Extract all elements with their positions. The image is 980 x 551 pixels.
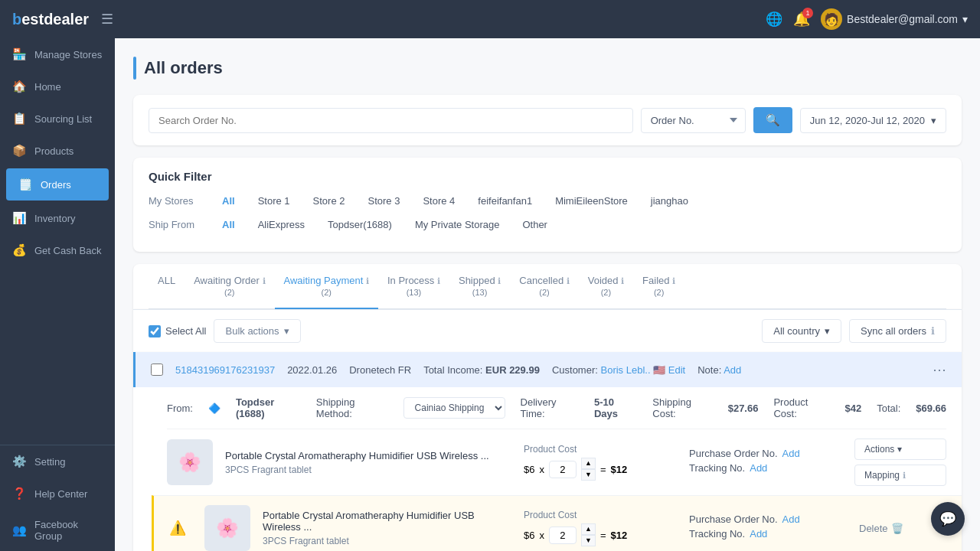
ship-chip-my-private-storage[interactable]: My Private Storage [407,216,508,233]
sidebar-item-facebook-group[interactable]: 👥Facebook Group [0,510,115,551]
product-info-0: Portable Crystal Aromatheraphy Humidifie… [225,450,511,475]
add-purchase-order-0[interactable]: Add [782,448,800,459]
sidebar-item-help-center[interactable]: ❓Help Center [0,478,115,510]
title-bar [133,57,136,80]
select-all-checkbox[interactable] [149,325,161,337]
order-note-0: Note: Add [697,364,741,376]
sidebar-item-sourcing-list[interactable]: 📋Sourcing List [0,103,115,135]
date-range-picker[interactable]: Jun 12, 2020-Jul 12, 2020 ▾ [800,108,946,133]
product-row: ⚠️ 🌸 Portable Crystal Aromatheraphy Humi… [152,495,962,551]
bulk-actions-chevron-icon: ▾ [284,325,289,337]
sidebar-item-products[interactable]: 📦Products [0,135,115,167]
tab-cancelled[interactable]: Cancelled ℹ(2) [510,264,578,309]
tab-awaiting-payment[interactable]: Awaiting Payment ℹ(2) [275,264,378,309]
add-tracking-0[interactable]: Add [750,462,767,474]
tab-label-shipped: Shipped ℹ [459,275,501,286]
from-label-0: From: [167,403,193,414]
sync-all-button[interactable]: Sync all orders ℹ [849,319,946,343]
sidebar-item-inventory[interactable]: 📊Inventory [0,202,115,234]
order-checkbox-0[interactable] [151,364,163,376]
actions-button-0[interactable]: Actions ▾ [854,439,946,460]
sidebar-label-orders: Orders [41,179,71,191]
help-center-icon: ❓ [12,487,27,500]
tab-in-process[interactable]: In Process ℹ(13) [378,264,449,309]
shipping-select-0[interactable]: Cainiao Shipping [403,397,505,419]
shipping-cost-0: $27.66 [728,403,759,414]
order-id-0[interactable]: 518431969176231937 [175,364,275,376]
tab-failed[interactable]: Failed ℹ(2) [633,264,684,309]
product-cost-label-1: Product Cost [524,510,677,520]
tab-voided[interactable]: Voided ℹ(2) [579,264,633,309]
customer-link-0[interactable]: Boris Lebl.. [600,364,650,376]
store-chip-store-4[interactable]: Store 4 [415,192,462,210]
ship-chip-other[interactable]: Other [514,216,555,233]
store-chip-feifeifanfan1[interactable]: feifeifanfan1 [470,192,540,210]
tab-awaiting-order[interactable]: Awaiting Order ℹ(2) [185,264,274,309]
tab-count-shipped: (13) [472,288,488,297]
delivery-label-0: Delivery Time: [521,396,579,419]
product-row: 🌸 Portable Crystal Aromatheraphy Humidif… [167,429,946,495]
product-cost-section-1: Product Cost $6 x ▲ ▼ = $12 [524,510,677,546]
actions-label-0: Actions [864,444,894,455]
country-filter-button[interactable]: All country ▾ [762,319,841,343]
tab-shipped[interactable]: Shipped ℹ(13) [449,264,510,309]
tab-label-in-process: In Process ℹ [387,275,440,286]
search-button[interactable]: 🔍 [753,107,792,133]
order-more-0[interactable]: ⋯ [933,361,946,378]
sidebar-item-orders[interactable]: 🗒️Orders [6,168,109,201]
purchase-order-row-1: Purchase Order No. Add [689,514,842,525]
qty-up-1[interactable]: ▲ [581,523,596,535]
add-purchase-order-1[interactable]: Add [782,514,800,525]
user-menu[interactable]: 🧑 Bestdealer@gmail.com ▾ [821,8,968,30]
delivery-value-0: 5-10 Days [594,396,637,419]
ship-chip-all[interactable]: All [214,216,243,233]
qty-input-1[interactable] [549,527,577,544]
globe-icon[interactable]: 🌐 [766,11,782,28]
store-chip-store-2[interactable]: Store 2 [305,192,353,210]
date-range-value: Jun 12, 2020-Jul 12, 2020 [810,115,925,126]
equals-sign-1: = [600,530,606,541]
search-type-select[interactable]: Order No. Customer Name Product Name [641,108,746,133]
product-image-0: 🌸 [167,439,213,485]
select-all-control[interactable]: Select All [149,325,206,337]
sidebar-item-home[interactable]: 🏠Home [0,70,115,103]
order-meta-0: From: 🔷 Topdser (1688) Shipping Method: … [167,396,946,419]
ship-from-filter-row: Ship From AllAliExpressTopdser(1688)My P… [149,216,946,233]
sidebar-item-setting[interactable]: ⚙️Setting [0,445,115,478]
order-store-0: Dronetech FR [349,364,411,376]
chat-button[interactable]: 💬 [931,502,965,536]
bulk-actions-button[interactable]: Bulk actions ▾ [214,319,300,343]
ship-chip-aliexpress[interactable]: AliExpress [250,216,312,233]
edit-customer-0[interactable]: Edit [668,364,685,376]
tab-all[interactable]: ALL [149,264,185,309]
mapping-info-icon-0: ℹ [903,471,906,481]
store-chip-store-1[interactable]: Store 1 [250,192,298,210]
qty-up-0[interactable]: ▲ [581,458,596,469]
qty-down-1[interactable]: ▼ [581,535,596,546]
from-value-0: Topdser (1688) [236,396,301,419]
notifications-icon[interactable]: 🔔 1 [793,11,810,28]
sidebar-item-get-cash-back[interactable]: 💰Get Cash Back [0,234,115,266]
add-tracking-1[interactable]: Add [750,528,767,540]
hamburger-icon[interactable]: ☰ [101,11,113,28]
qty-down-0[interactable]: ▼ [581,469,596,481]
ship-chip-topdser-1688-[interactable]: Topdser(1688) [320,216,400,233]
mapping-button-0[interactable]: Mapping ℹ [854,465,946,486]
sourcing-list-icon: 📋 [12,112,27,126]
store-chip-jianghao[interactable]: jianghao [643,192,696,210]
page-title: All orders [144,58,223,78]
store-chip-store-3[interactable]: Store 3 [360,192,407,210]
search-input[interactable] [149,108,633,133]
purchase-section-1: Purchase Order No. Add Tracking No. Add [689,514,842,543]
store-chip-all[interactable]: All [214,192,243,210]
store-chip-mimieileenstore[interactable]: MimiEileenStore [547,192,635,210]
add-note-0[interactable]: Add [724,364,741,376]
topnav-left: bestdealer ☰ [12,11,113,28]
delete-button-1[interactable]: Delete 🗑️ [854,518,908,539]
sidebar-item-manage-stores[interactable]: 🏪Manage Stores [0,38,115,70]
page-title-wrap: All orders [133,57,962,80]
toolbar: Select All Bulk actions ▾ All country ▾ … [133,309,962,352]
subtotal-0: $12 [610,464,627,475]
main-content: All orders Order No. Customer Name Produ… [115,38,980,551]
qty-input-0[interactable] [549,461,577,478]
